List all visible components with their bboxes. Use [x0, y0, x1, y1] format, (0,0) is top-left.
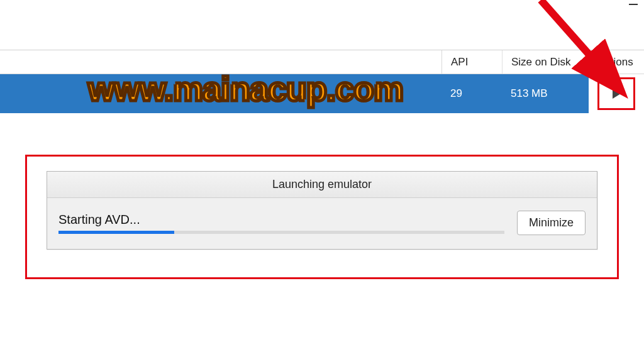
device-size-cell: 513 MB: [502, 87, 589, 100]
dialog-status-text: Starting AVD...: [58, 213, 504, 227]
minimize-icon[interactable]: [629, 4, 638, 5]
col-header-size: Size on Disk: [502, 50, 589, 74]
svg-marker-0: [613, 89, 621, 99]
col-header-api: API: [441, 50, 502, 74]
device-row[interactable]: 29 513 MB: [0, 74, 644, 113]
launch-button[interactable]: [597, 77, 635, 110]
toolbar-area: [0, 13, 644, 50]
play-icon: [611, 88, 622, 99]
device-table-header: API Size on Disk Actions: [0, 50, 644, 74]
dialog-title: Launching emulator: [47, 172, 597, 198]
col-header-actions: Actions: [589, 50, 644, 74]
window-titlebar: [0, 0, 644, 13]
progress-fill: [58, 231, 174, 234]
device-actions-cell: [589, 74, 644, 113]
minimize-button[interactable]: Minimize: [517, 211, 586, 235]
device-api-cell: 29: [441, 87, 502, 100]
progress-dialog: Launching emulator Starting AVD... Minim…: [47, 171, 597, 250]
progress-bar: [58, 231, 504, 234]
